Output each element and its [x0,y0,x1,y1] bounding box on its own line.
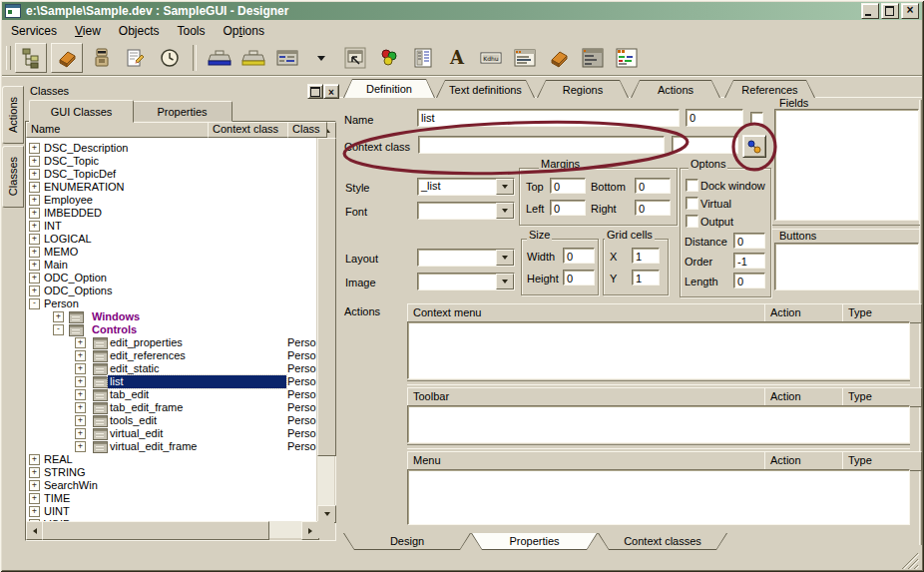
tab-gui-classes[interactable]: GUI Classes [29,100,134,123]
tree-item-real[interactable]: +REAL [26,453,316,466]
resize-grip[interactable] [900,551,920,569]
expand-icon[interactable]: + [29,260,40,271]
margin-bottom-input[interactable]: 0 [635,178,671,194]
expand-icon[interactable]: + [29,480,40,491]
expand-icon[interactable]: + [29,454,40,465]
hierarchy-icon[interactable] [15,43,47,73]
dock-window-checkbox[interactable] [686,179,698,192]
tree-item-logical[interactable]: +LOGICAL [26,233,316,246]
expand-icon[interactable]: + [29,467,40,478]
tree-item-edit-properties[interactable]: +edit_propertiesPerso [26,336,316,349]
expand-icon[interactable]: + [29,169,40,180]
form-combo-icon[interactable] [272,44,302,72]
expand-icon[interactable]: + [75,441,86,452]
tree-item-edit-static[interactable]: +edit_staticPerso [26,362,316,375]
menu-table-body[interactable] [407,469,910,525]
font-combo[interactable] [417,202,515,220]
context-class-picker-button[interactable] [742,135,766,158]
tree-item-tab-edit[interactable]: +tab_editPerso [26,388,316,401]
table-header-context-menu[interactable]: Context menu [407,303,776,323]
expand-icon[interactable]: + [29,182,40,193]
tab-actions[interactable]: Actions [631,80,720,98]
tree-item-employee[interactable]: +Employee [26,194,316,207]
distance-input[interactable]: 0 [733,233,765,249]
buttons-list[interactable] [774,243,919,290]
name-input[interactable]: list [417,109,680,127]
eraser-2-icon[interactable] [544,44,574,72]
report-icon[interactable] [408,44,438,72]
tree-item-imbedded[interactable]: +IMBEDDED [26,207,316,220]
table-splitter[interactable] [407,444,910,449]
v-scroll-thumb[interactable] [317,138,336,456]
menu-item-tools[interactable]: Tools [169,22,215,40]
context-menu-table-body[interactable] [407,321,910,379]
layout-combo[interactable] [417,249,515,267]
tree-item-odc-options[interactable]: +ODC_Options [26,285,316,297]
tree-item-searchwin[interactable]: +SearchWin [26,479,316,492]
order-input[interactable]: -1 [733,253,765,269]
toolbar-drag-handle[interactable] [6,46,11,70]
chevron-down-icon[interactable] [496,203,514,219]
tree-item-odc-option[interactable]: +ODC_Option [26,272,316,285]
length-input[interactable]: 0 [733,273,765,288]
table-header-toolbar[interactable]: Toolbar [407,387,776,407]
menu-item-services[interactable]: Services [2,22,66,40]
expand-icon[interactable]: + [29,195,40,206]
collapse-icon[interactable]: - [29,298,40,309]
margin-top-input[interactable]: 0 [550,178,586,194]
expand-icon[interactable]: + [75,376,86,387]
width-input[interactable]: 0 [563,248,595,264]
bottom-tab-properties[interactable]: Properties [471,533,598,550]
tree-item-dsc-description[interactable]: +DSC_Description [26,142,316,155]
grid-y-input[interactable]: 1 [632,270,660,286]
toolbar-table-body[interactable] [407,405,910,443]
menu-item-objects[interactable]: Objects [110,22,169,40]
expand-icon[interactable]: + [29,247,40,258]
window-list-icon[interactable] [510,44,540,72]
expand-icon[interactable]: + [29,156,40,167]
eraser-icon[interactable] [51,43,83,73]
h-scroll-thumb[interactable] [42,521,269,540]
close-panel-icon[interactable] [323,84,339,99]
close-icon[interactable] [901,3,919,19]
expand-icon[interactable]: + [29,506,40,517]
title-bar[interactable]: e:\Sample\Sample.dev : SampleGUI - Desig… [2,2,922,20]
menu-item-view[interactable]: View [66,22,110,40]
tree-item-int[interactable]: +INT [26,220,316,233]
tab-definition[interactable]: Definition [343,79,435,98]
chevron-down-icon[interactable] [496,179,514,195]
float-panel-icon[interactable] [307,84,323,99]
table-header-action[interactable]: Action [764,387,854,407]
expand-icon[interactable]: + [29,493,40,504]
table-header-action[interactable]: Action [764,451,854,471]
virtual-checkbox[interactable] [686,197,698,210]
fields-list[interactable] [774,109,919,221]
column-header-name[interactable]: Name [26,122,218,138]
tree-item-windows[interactable]: +Windows [26,310,316,323]
side-tab-actions[interactable]: Actions [2,86,24,144]
tree-item-dsc-topic[interactable]: +DSC_Topic [26,155,316,168]
button-sample-icon[interactable]: Kdhu [476,44,506,72]
grid-x-input[interactable]: 1 [632,248,660,264]
table-header-type[interactable]: Type [842,387,922,407]
expand-icon[interactable]: + [75,402,86,413]
tree-item-edit-references[interactable]: +edit_referencesPerso [26,349,316,362]
expand-icon[interactable]: + [29,234,40,245]
expand-icon[interactable]: + [75,428,86,439]
column-header-context-class[interactable]: Context class [208,122,297,138]
chevron-down-icon[interactable] [496,274,514,289]
expand-icon[interactable]: + [75,415,86,426]
clock-icon[interactable] [155,44,185,72]
side-tab-classes[interactable]: Classes [2,146,24,208]
tab-properties[interactable]: Properties [132,101,232,122]
expand-icon[interactable]: + [29,221,40,232]
name-number-input[interactable]: 0 [686,109,743,127]
edit-document-icon[interactable] [121,44,151,72]
combo-arrow-icon[interactable] [306,44,336,72]
window-rows-icon[interactable] [578,44,608,72]
table-header-type[interactable]: Type [842,451,922,471]
tree-item-tools-edit[interactable]: +tools_editPerso [26,414,316,427]
style-combo[interactable]: _list [417,178,515,196]
tab-references[interactable]: References [724,80,815,98]
minimize-icon[interactable] [861,3,879,19]
